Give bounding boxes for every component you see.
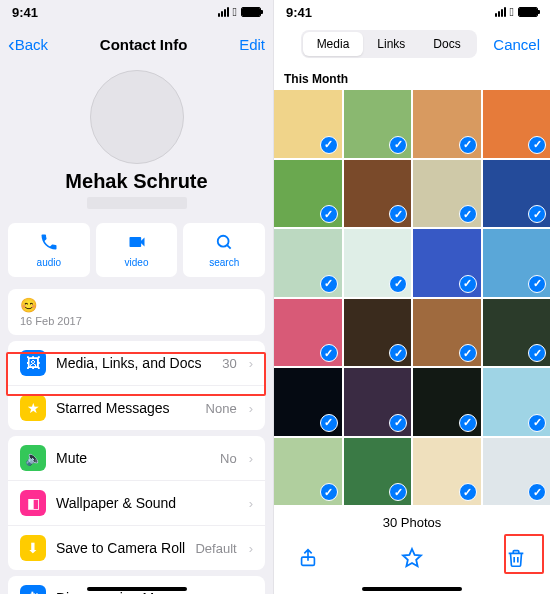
- media-grid: [274, 90, 550, 505]
- status-bar: 9:41 􀙇: [274, 0, 550, 24]
- check-icon: [320, 205, 338, 223]
- wifi-icon: 􀙇: [510, 5, 514, 19]
- check-icon: [389, 205, 407, 223]
- wallpaper-icon: ◧: [20, 490, 46, 516]
- check-icon: [389, 414, 407, 432]
- check-icon: [389, 275, 407, 293]
- check-icon: [320, 483, 338, 501]
- trash-icon: [505, 547, 527, 569]
- media-thumb[interactable]: [483, 160, 551, 228]
- speaker-icon: 🔈: [20, 445, 46, 471]
- edit-button[interactable]: Edit: [239, 36, 265, 53]
- media-starred-card: 🖼 Media, Links, and Docs 30 › ★ Starred …: [8, 341, 265, 430]
- check-icon: [459, 275, 477, 293]
- timer-icon: ⏱: [20, 585, 46, 594]
- media-thumb[interactable]: [413, 160, 481, 228]
- media-thumb[interactable]: [344, 90, 412, 158]
- row-label: Save to Camera Roll: [56, 540, 185, 556]
- audio-call-button[interactable]: audio: [8, 223, 90, 277]
- tab-docs[interactable]: Docs: [419, 32, 474, 56]
- media-thumb[interactable]: [483, 229, 551, 297]
- wallpaper-sound-row[interactable]: ◧ Wallpaper & Sound ›: [8, 481, 265, 526]
- check-icon: [459, 483, 477, 501]
- check-icon: [528, 275, 546, 293]
- media-thumb[interactable]: [274, 229, 342, 297]
- chevron-right-icon: ›: [249, 541, 253, 556]
- search-button[interactable]: search: [183, 223, 265, 277]
- status-card[interactable]: 😊 16 Feb 2017: [8, 289, 265, 335]
- media-thumb[interactable]: [344, 229, 412, 297]
- video-call-button[interactable]: video: [96, 223, 178, 277]
- privacy-card: ⏱ Disappearing Messages Off › 🔒 Encrypti…: [8, 576, 265, 594]
- delete-button[interactable]: [500, 542, 532, 574]
- disappearing-messages-row[interactable]: ⏱ Disappearing Messages Off ›: [8, 576, 265, 594]
- chevron-right-icon: ›: [249, 401, 253, 416]
- row-value: Default: [195, 541, 236, 556]
- check-icon: [459, 344, 477, 362]
- chevron-right-icon: ›: [249, 496, 253, 511]
- tab-media[interactable]: Media: [303, 32, 364, 56]
- media-thumb[interactable]: [483, 299, 551, 367]
- media-thumb[interactable]: [274, 160, 342, 228]
- row-label: Starred Messages: [56, 400, 196, 416]
- search-icon: [214, 232, 234, 255]
- photo-icon: 🖼: [20, 350, 46, 376]
- media-thumb[interactable]: [344, 438, 412, 506]
- media-thumb[interactable]: [413, 368, 481, 436]
- media-thumb[interactable]: [274, 438, 342, 506]
- starred-messages-row[interactable]: ★ Starred Messages None ›: [8, 386, 265, 430]
- audio-label: audio: [37, 257, 61, 268]
- media-thumb[interactable]: [274, 90, 342, 158]
- mute-row[interactable]: 🔈 Mute No ›: [8, 436, 265, 481]
- check-icon: [528, 483, 546, 501]
- media-thumb[interactable]: [344, 160, 412, 228]
- battery-icon: [241, 7, 261, 17]
- bottom-bar: [274, 536, 550, 586]
- favorite-button[interactable]: [396, 542, 428, 574]
- status-date: 16 Feb 2017: [20, 315, 253, 327]
- segmented-control: Media Links Docs: [301, 30, 477, 58]
- check-icon: [320, 275, 338, 293]
- check-icon: [528, 136, 546, 154]
- home-indicator: [362, 587, 462, 591]
- status-emoji: 😊: [20, 297, 253, 313]
- media-thumb[interactable]: [483, 90, 551, 158]
- status-bar: 9:41 􀙇: [0, 0, 273, 24]
- media-thumb[interactable]: [344, 368, 412, 436]
- navbar: Media Links Docs Cancel: [274, 24, 550, 66]
- row-value: 30: [222, 356, 236, 371]
- signal-icon: [495, 7, 506, 17]
- share-icon: [297, 547, 319, 569]
- cancel-button[interactable]: Cancel: [493, 36, 540, 53]
- media-thumb[interactable]: [413, 299, 481, 367]
- media-thumb[interactable]: [274, 368, 342, 436]
- check-icon: [528, 414, 546, 432]
- navbar: ‹ Back Contact Info Edit: [0, 24, 273, 64]
- media-thumb[interactable]: [483, 438, 551, 506]
- share-button[interactable]: [292, 542, 324, 574]
- media-thumb[interactable]: [344, 299, 412, 367]
- chevron-right-icon: ›: [249, 591, 253, 595]
- signal-icon: [218, 7, 229, 17]
- chevron-right-icon: ›: [249, 451, 253, 466]
- tab-links[interactable]: Links: [363, 32, 419, 56]
- back-button[interactable]: ‹ Back: [8, 34, 48, 54]
- media-thumb[interactable]: [274, 299, 342, 367]
- media-links-docs-row[interactable]: 🖼 Media, Links, and Docs 30 ›: [8, 341, 265, 386]
- status-placeholder: [87, 197, 187, 209]
- check-icon: [459, 136, 477, 154]
- check-icon: [320, 136, 338, 154]
- media-thumb[interactable]: [483, 368, 551, 436]
- media-thumb[interactable]: [413, 438, 481, 506]
- avatar[interactable]: [90, 70, 184, 164]
- star-icon: [400, 546, 424, 570]
- wifi-icon: 􀙇: [233, 5, 237, 19]
- media-thumb[interactable]: [413, 229, 481, 297]
- check-icon: [389, 136, 407, 154]
- save-camera-roll-row[interactable]: ⬇ Save to Camera Roll Default ›: [8, 526, 265, 570]
- check-icon: [320, 414, 338, 432]
- check-icon: [528, 205, 546, 223]
- row-label: Mute: [56, 450, 210, 466]
- media-thumb[interactable]: [413, 90, 481, 158]
- section-header: This Month: [274, 66, 550, 90]
